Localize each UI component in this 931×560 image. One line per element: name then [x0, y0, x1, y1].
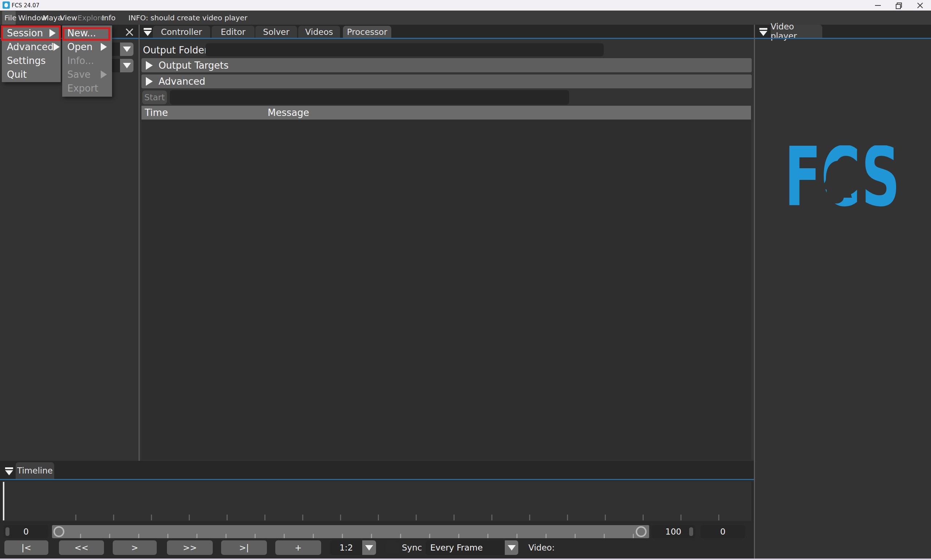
- video-panel-menu-button[interactable]: [758, 26, 769, 37]
- menubar-item-maya[interactable]: Maya: [43, 11, 62, 25]
- range-end-value-box[interactable]: 100: [651, 525, 695, 538]
- play-button[interactable]: >: [113, 540, 157, 555]
- highlight-box-new: [63, 27, 110, 41]
- left-combo-1-button[interactable]: [120, 43, 134, 56]
- menu-item-advanced[interactable]: Advanced: [2, 40, 61, 54]
- status-message: INFO: should create video player: [128, 11, 247, 25]
- timeline-range-slider[interactable]: [52, 525, 649, 538]
- sync-checkbox[interactable]: [386, 541, 399, 554]
- menu-item-info-session: Info...: [62, 54, 112, 68]
- submenu-arrow-icon: [101, 43, 107, 51]
- timeline-panel: Timeline 0 100 0 |< << > >> >| +: [0, 461, 754, 559]
- menubar-item-explore: Explore: [77, 11, 105, 25]
- offset-value-box[interactable]: 0: [700, 525, 745, 538]
- playhead[interactable]: [3, 482, 5, 520]
- dropdown-arrow-icon: [123, 46, 131, 52]
- minimize-icon: [875, 5, 881, 6]
- menu-item-open[interactable]: Open: [62, 40, 112, 54]
- dropdown-arrow-icon: [508, 545, 516, 551]
- left-combo-2-button[interactable]: [120, 59, 134, 72]
- menu-item-save: Save: [62, 68, 112, 82]
- video-label: Video:: [529, 540, 555, 555]
- video-panel-accent-line: [755, 38, 931, 39]
- minimize-button[interactable]: [867, 0, 888, 11]
- menu-item-export: Export: [62, 82, 112, 95]
- panel-menu-icon: [758, 27, 768, 36]
- collapse-arrow-icon: [146, 77, 153, 86]
- video-player-panel: Video player FCS: [755, 25, 931, 559]
- panel-menu-icon: [143, 27, 153, 36]
- collapse-arrow-icon: [146, 61, 153, 70]
- application-window: FCS 24.07 File Window Maya View Explore …: [0, 0, 931, 560]
- frame-value-box[interactable]: 0: [4, 525, 48, 538]
- section-output-targets[interactable]: Output Targets: [142, 58, 752, 72]
- menubar-item-file[interactable]: File: [5, 11, 16, 25]
- left-panel-close-button[interactable]: [124, 27, 135, 37]
- fcs-logo: FCS: [786, 145, 899, 209]
- menubar-item-info[interactable]: Info: [102, 11, 116, 25]
- dropdown-arrow-icon: [123, 63, 131, 68]
- app-icon: [3, 2, 10, 9]
- panel-menu-button[interactable]: [142, 26, 153, 37]
- start-button[interactable]: Start: [142, 91, 167, 104]
- tab-controller[interactable]: Controller: [153, 26, 210, 38]
- range-start-handle[interactable]: [54, 526, 65, 537]
- tab-processor[interactable]: Processor: [343, 26, 391, 38]
- zoom-ratio-dropdown-button[interactable]: [362, 540, 376, 555]
- timeline-canvas[interactable]: [2, 481, 751, 521]
- step-back-button[interactable]: <<: [59, 540, 104, 555]
- range-end-handle[interactable]: [636, 526, 647, 537]
- section-advanced-label: Advanced: [159, 76, 205, 87]
- zoom-ratio-select[interactable]: 1:2: [330, 540, 362, 555]
- slider-ticks: [52, 534, 649, 538]
- window-bottom-border: [0, 558, 931, 560]
- log-table-header: Time Message: [142, 106, 751, 120]
- output-folder-label: Output Folder:: [143, 44, 211, 57]
- panel-menu-icon: [5, 466, 14, 476]
- close-button[interactable]: [909, 0, 931, 11]
- submenu-arrow-icon: [54, 43, 60, 51]
- section-output-targets-label: Output Targets: [159, 60, 229, 71]
- go-to-start-button[interactable]: |<: [5, 540, 48, 555]
- section-advanced[interactable]: Advanced: [142, 74, 752, 88]
- frame-value: 0: [23, 527, 29, 536]
- menu-item-quit[interactable]: Quit: [2, 68, 61, 82]
- go-to-end-button[interactable]: >|: [221, 540, 267, 555]
- range-end-value: 100: [666, 527, 681, 536]
- spinner-handle[interactable]: [5, 527, 9, 536]
- timeline-ruler: [39, 515, 748, 520]
- spinner-handle[interactable]: [689, 527, 693, 536]
- close-icon: [917, 2, 923, 9]
- timeline-tabbar: [0, 461, 754, 479]
- tab-video-player[interactable]: Video player: [771, 25, 822, 38]
- highlight-box-session: [1, 25, 61, 41]
- title-bar: FCS 24.07: [0, 0, 931, 11]
- center-panel-accent-line: [140, 38, 754, 39]
- add-button[interactable]: +: [275, 540, 321, 555]
- window-title: FCS 24.07: [12, 0, 39, 11]
- timeline-accent-line: [0, 479, 754, 480]
- menubar-item-view[interactable]: View: [60, 11, 77, 25]
- dropdown-arrow-icon: [365, 545, 373, 551]
- timeline-menu-button[interactable]: [4, 466, 15, 477]
- tab-timeline[interactable]: Timeline: [15, 462, 54, 479]
- center-panel: Controller Editor Solver Videos Processo…: [140, 25, 754, 461]
- close-panel-icon: [125, 28, 134, 36]
- output-folder-input[interactable]: [205, 43, 604, 56]
- tab-editor[interactable]: Editor: [212, 26, 254, 38]
- tab-solver[interactable]: Solver: [255, 26, 297, 38]
- sync-mode-select[interactable]: Every Frame: [425, 540, 505, 555]
- sync-label: Sync: [402, 540, 422, 555]
- log-table-body[interactable]: [142, 120, 751, 460]
- column-header-time: Time: [145, 107, 168, 118]
- menu-item-settings[interactable]: Settings: [2, 54, 61, 68]
- step-forward-button[interactable]: >>: [167, 540, 213, 555]
- restore-icon: [896, 3, 901, 8]
- restore-button[interactable]: [888, 0, 909, 11]
- offset-value: 0: [720, 527, 726, 536]
- submenu-arrow-icon: [101, 71, 107, 78]
- column-header-message: Message: [268, 107, 309, 118]
- progress-bar: [170, 90, 569, 105]
- tab-videos[interactable]: Videos: [298, 26, 340, 38]
- sync-mode-dropdown-button[interactable]: [505, 540, 518, 555]
